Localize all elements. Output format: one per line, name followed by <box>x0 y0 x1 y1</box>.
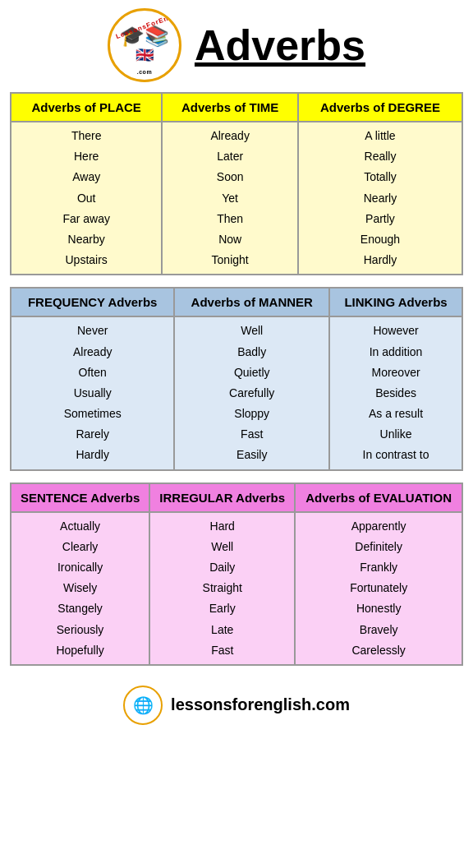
list-item: Hardly <box>16 445 168 465</box>
list-item: As a result <box>335 404 457 424</box>
table-pink: SENTENCE Adverbs IRREGULAR Adverbs Adver… <box>10 482 463 666</box>
table-yellow: Adverbs of PLACE Adverbs of TIME Adverbs… <box>10 92 463 275</box>
footer-logo: 🌐 <box>123 686 163 725</box>
list-item: Here <box>16 146 156 167</box>
page-title: Adverbs <box>195 21 365 70</box>
degree-list: A little Really Totally Nearly Partly En… <box>304 126 457 270</box>
table-cell-sentence: Actually Clearly Ironically Wisely Stang… <box>11 512 149 665</box>
list-item: Quietly <box>180 362 324 383</box>
list-item: Straight <box>155 578 289 598</box>
list-item: Hard <box>155 516 289 537</box>
sentence-list: Actually Clearly Ironically Wisely Stang… <box>16 516 144 661</box>
list-item: However <box>335 321 457 341</box>
list-item: Usually <box>16 383 168 404</box>
list-item: Actually <box>16 516 144 537</box>
list-item: Enough <box>304 229 457 250</box>
list-item: Soon <box>168 167 292 187</box>
table-cell-frequency: Never Already Often Usually Sometimes Ra… <box>11 316 174 469</box>
list-item: Then <box>168 209 292 229</box>
list-item: Already <box>168 126 292 146</box>
list-item: Partly <box>304 209 457 229</box>
list-item: Seriously <box>16 620 144 640</box>
list-item: Never <box>16 321 168 341</box>
list-item: Besides <box>335 383 457 404</box>
list-item: Daily <box>155 557 289 578</box>
list-item: Unlike <box>335 424 457 445</box>
list-item: Sloppy <box>180 404 324 424</box>
list-item: Easily <box>180 445 324 465</box>
list-item: Yet <box>168 188 292 209</box>
linking-list: However In addition Moreover Besides As … <box>335 321 457 465</box>
logo-bottom-text: .com <box>137 69 152 75</box>
list-item: Sometimes <box>16 404 168 424</box>
list-item: Frankly <box>301 557 457 578</box>
list-item: Ironically <box>16 557 144 578</box>
header: LessonsForEnglish.com 🎓📚 🇬🇧 .com Adverbs <box>10 8 463 82</box>
list-item: Out <box>16 188 156 209</box>
list-item: In contrast to <box>335 445 457 465</box>
frequency-list: Never Already Often Usually Sometimes Ra… <box>16 321 168 465</box>
th-frequency: FREQUENCY Adverbs <box>11 288 174 316</box>
list-item: In addition <box>335 342 457 362</box>
list-item: Nearly <box>304 188 457 209</box>
table-cell-time: Already Later Soon Yet Then Now Tonight <box>162 122 298 275</box>
list-item: Tonight <box>168 250 292 270</box>
list-item: Rarely <box>16 424 168 445</box>
th-irregular: IRREGULAR Adverbs <box>149 483 295 512</box>
list-item: Fortunately <box>301 578 457 598</box>
list-item: Often <box>16 362 168 383</box>
list-item: Well <box>155 537 289 557</box>
place-list: There Here Away Out Far away Nearby Upst… <box>16 126 156 270</box>
table-cell-evaluation: Apparently Definitely Frankly Fortunatel… <box>295 512 462 665</box>
th-sentence: SENTENCE Adverbs <box>11 483 149 512</box>
table-blue: FREQUENCY Adverbs Adverbs of MANNER LINK… <box>10 287 463 470</box>
footer-url: lessonsforenglish.com <box>171 695 350 714</box>
footer: 🌐 lessonsforenglish.com <box>10 686 463 725</box>
list-item: Away <box>16 167 156 187</box>
list-item: Apparently <box>301 516 457 537</box>
th-place: Adverbs of PLACE <box>11 93 162 122</box>
list-item: Stangely <box>16 598 144 619</box>
th-manner: Adverbs of MANNER <box>174 288 329 316</box>
th-linking: LINKING Adverbs <box>329 288 462 316</box>
list-item: Totally <box>304 167 457 187</box>
list-item: Clearly <box>16 537 144 557</box>
list-item: Fast <box>155 640 289 661</box>
list-item: Moreover <box>335 362 457 383</box>
table-cell-linking: However In addition Moreover Besides As … <box>329 316 462 469</box>
list-item: Upstairs <box>16 250 156 270</box>
table-cell-place: There Here Away Out Far away Nearby Upst… <box>11 122 162 275</box>
manner-list: Well Badly Quietly Carefully Sloppy Fast… <box>180 321 324 465</box>
list-item: Hopefully <box>16 640 144 661</box>
list-item: A little <box>304 126 457 146</box>
list-item: Late <box>155 620 289 640</box>
list-item: Carelessly <box>301 640 457 661</box>
table-cell-manner: Well Badly Quietly Carefully Sloppy Fast… <box>174 316 329 469</box>
list-item: Carefully <box>180 383 324 404</box>
globe-icon: 🌐 <box>133 695 154 715</box>
table-cell-degree: A little Really Totally Nearly Partly En… <box>298 122 462 275</box>
th-evaluation: Adverbs of EVALUATION <box>295 483 462 512</box>
list-item: Far away <box>16 209 156 229</box>
table-cell-irregular: Hard Well Daily Straight Early Late Fast <box>149 512 295 665</box>
th-time: Adverbs of TIME <box>162 93 298 122</box>
list-item: Wisely <box>16 578 144 598</box>
list-item: Early <box>155 598 289 619</box>
list-item: Badly <box>180 342 324 362</box>
list-item: Now <box>168 229 292 250</box>
list-item: Already <box>16 342 168 362</box>
list-item: Hardly <box>304 250 457 270</box>
list-item: Later <box>168 146 292 167</box>
list-item: Nearby <box>16 229 156 250</box>
logo-flag-icon: 🇬🇧 <box>135 46 154 64</box>
list-item: Definitely <box>301 537 457 557</box>
irregular-list: Hard Well Daily Straight Early Late Fast <box>155 516 289 661</box>
time-list: Already Later Soon Yet Then Now Tonight <box>168 126 292 270</box>
evaluation-list: Apparently Definitely Frankly Fortunatel… <box>301 516 457 661</box>
th-degree: Adverbs of DEGREE <box>298 93 462 122</box>
logo: LessonsForEnglish.com 🎓📚 🇬🇧 .com <box>108 8 181 82</box>
list-item: Well <box>180 321 324 341</box>
list-item: Honestly <box>301 598 457 619</box>
list-item: Bravely <box>301 620 457 640</box>
list-item: Fast <box>180 424 324 445</box>
